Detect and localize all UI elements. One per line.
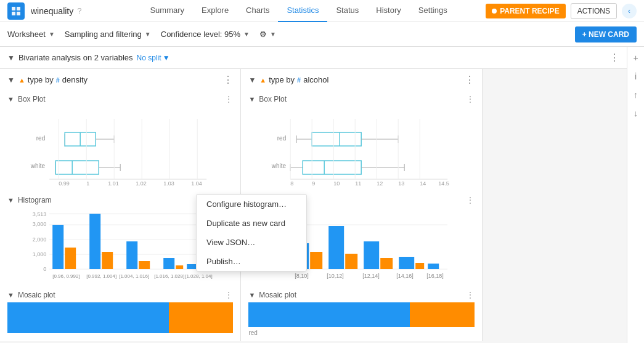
parent-recipe-button[interactable]: PARENT RECIPE [486, 4, 565, 18]
chart1-mosaic-section: ▼ Mosaic plot ⋮ [0, 286, 240, 338]
chart1-mosaic-more[interactable]: ⋮ [224, 290, 233, 300]
chart2-mosaic-more[interactable]: ⋮ [466, 290, 475, 300]
sampling-dropdown[interactable]: Sampling and filtering ▼ [65, 30, 151, 39]
chart1-mosaic-toggle[interactable]: ▼ [7, 291, 14, 299]
chart2-title: ▲ type by # alcohol [259, 75, 328, 84]
svg-text:white: white [271, 163, 287, 169]
worksheet-dropdown[interactable]: Worksheet ▼ [7, 30, 55, 39]
svg-rect-40 [89, 214, 100, 269]
chart2-type-label: type by [269, 75, 295, 84]
svg-rect-42 [163, 258, 174, 269]
svg-rect-57 [312, 132, 362, 146]
menu-duplicate-card[interactable]: Duplicate as new card [197, 214, 306, 233]
chart2-mosaic-toggle[interactable]: ▼ [248, 291, 255, 299]
app-icon [7, 2, 25, 20]
chart1-boxplot-toggle[interactable]: ▼ [7, 95, 14, 103]
svg-text:[12,14]: [12,14] [363, 273, 380, 279]
svg-text:[8,10]: [8,10] [295, 273, 309, 279]
sidebar-plus-icon[interactable]: + [630, 52, 642, 64]
chart1-mosaic-header: ▼ Mosaic plot ⋮ [7, 286, 233, 302]
sidebar-down-icon[interactable]: ↓ [630, 107, 642, 119]
chart1-boxplot-more[interactable]: ⋮ [224, 94, 233, 104]
svg-rect-89 [364, 241, 380, 269]
main-nav: Summary Explore Charts Statistics Status… [141, 0, 455, 22]
nav-status[interactable]: Status [327, 0, 367, 22]
top-nav: winequality ? Summary Explore Charts Sta… [0, 0, 644, 22]
svg-rect-0 [12, 7, 15, 10]
menu-view-json[interactable]: View JSON… [197, 233, 306, 252]
menu-publish[interactable]: Publish… [197, 252, 306, 271]
mosaic-orange-1 [169, 302, 234, 333]
no-split-dropdown[interactable]: No split ▼ [137, 54, 170, 62]
menu-configure-histogram[interactable]: Configure histogram… [197, 195, 306, 214]
sidebar-up-icon[interactable]: ↑ [630, 89, 642, 101]
chart1-more-button[interactable]: ⋮ [223, 74, 233, 86]
chart1-boxplot-svg: red white [7, 107, 233, 187]
nav-charts[interactable]: Charts [237, 0, 278, 22]
svg-text:[0.992, 1.004]: [0.992, 1.004] [86, 273, 116, 279]
svg-rect-12 [55, 161, 99, 174]
mosaic-orange-2 [410, 302, 475, 327]
help-icon[interactable]: ? [77, 6, 81, 15]
chart1-toggle[interactable]: ▼ [7, 76, 15, 84]
svg-text:8: 8 [291, 180, 294, 187]
chart1-histogram-toggle[interactable]: ▼ [7, 196, 14, 204]
chart2-mosaic-title: Mosaic plot [259, 291, 296, 299]
chart2-toggle[interactable]: ▼ [248, 76, 256, 84]
svg-text:11: 11 [356, 180, 362, 187]
svg-text:1.03: 1.03 [163, 180, 174, 187]
nav-statistics[interactable]: Statistics [278, 0, 327, 22]
chart2-boxplot: red white [248, 107, 474, 187]
toolbar: Worksheet ▼ Sampling and filtering ▼ Con… [0, 22, 644, 47]
svg-text:9: 9 [312, 180, 316, 187]
svg-text:[1.016, 1.028]: [1.016, 1.028] [154, 273, 184, 279]
mosaic-blue-1 [7, 302, 169, 333]
nav-explore[interactable]: Explore [193, 0, 237, 22]
svg-text:[1.028, 1.04]: [1.028, 1.04] [185, 273, 212, 279]
chart2-mosaic [248, 302, 474, 327]
chart2-type-icon: ▲ [259, 76, 266, 84]
section-toggle[interactable]: ▼ [7, 54, 15, 62]
section-title: Bivariate analysis on 2 variables [18, 53, 133, 62]
chart1-boxplot-header: ▼ Box Plot ⋮ [7, 91, 233, 107]
svg-text:3,513: 3,513 [33, 211, 47, 217]
back-button[interactable]: ‹ [622, 4, 637, 18]
chart2-header: ▼ ▲ type by # alcohol ⋮ [241, 69, 481, 91]
svg-rect-2 [12, 12, 15, 15]
svg-text:0: 0 [43, 266, 46, 272]
actions-button[interactable]: ACTIONS [571, 3, 617, 19]
sidebar-info-icon[interactable]: i [630, 70, 642, 83]
confidence-dropdown[interactable]: Confidence level: 95% ▼ [161, 30, 250, 39]
chart2-hash-icon: # [297, 76, 301, 84]
worksheet-chevron: ▼ [49, 31, 55, 38]
main-content: ▼ Bivariate analysis on 2 variables No s… [0, 47, 627, 343]
mosaic-blue-2 [248, 302, 410, 327]
chart1-hash-icon: # [56, 76, 60, 84]
chart2-more-button[interactable]: ⋮ [465, 74, 475, 86]
svg-rect-47 [176, 265, 183, 269]
chart2-boxplot-toggle[interactable]: ▼ [248, 95, 255, 103]
chart1-histogram-title: Histogram [18, 196, 52, 204]
chart1-type-icon: ▲ [18, 76, 25, 84]
svg-rect-44 [65, 248, 76, 269]
chart2-boxplot-section: ▼ Box Plot ⋮ red white [241, 91, 481, 192]
svg-rect-63 [303, 161, 362, 174]
context-menu: Configure histogram… Duplicate as new ca… [196, 194, 307, 272]
svg-rect-90 [399, 257, 415, 269]
settings-dropdown[interactable]: ⚙ ▼ [259, 30, 276, 39]
chart2-boxplot-more[interactable]: ⋮ [466, 94, 475, 104]
chart2-histogram-more[interactable]: ⋮ [466, 195, 475, 205]
chart1-mosaic-title: Mosaic plot [18, 291, 55, 299]
svg-rect-88 [329, 226, 344, 269]
svg-text:1: 1 [86, 180, 89, 187]
chart1-boxplot-title: Box Plot [18, 95, 46, 103]
svg-rect-45 [102, 252, 113, 269]
no-split-arrow: ▼ [163, 54, 170, 62]
sampling-chevron: ▼ [145, 31, 151, 38]
new-card-button[interactable]: + NEW CARD [575, 26, 637, 42]
no-split-label: No split [137, 54, 161, 62]
nav-settings[interactable]: Settings [410, 0, 456, 22]
nav-summary[interactable]: Summary [141, 0, 193, 22]
section-menu-button[interactable]: ⋮ [609, 52, 619, 63]
nav-history[interactable]: History [367, 0, 409, 22]
